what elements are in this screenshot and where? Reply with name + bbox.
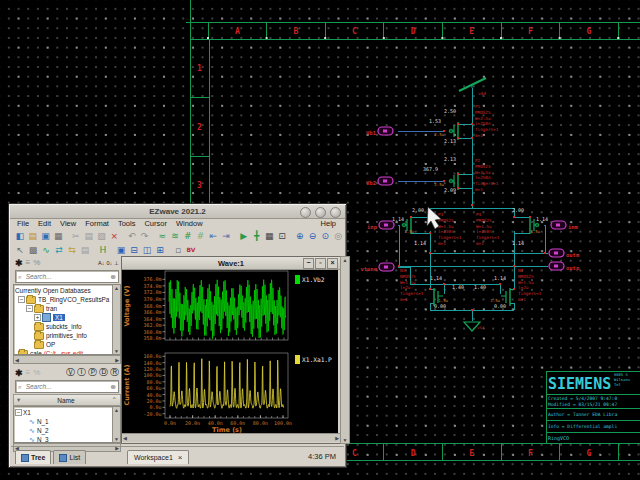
link-icon[interactable]: % — [33, 258, 40, 267]
tree-expander[interactable]: − — [26, 305, 33, 312]
port-inm[interactable]: inm — [551, 221, 579, 230]
rf-view-button[interactable]: BV — [185, 244, 197, 256]
maximize-button[interactable] — [315, 207, 326, 218]
menu-edit[interactable]: Edit — [38, 219, 51, 228]
tree-item-x1[interactable]: +X1 — [15, 313, 112, 322]
redo-button[interactable]: ↷ — [139, 230, 151, 242]
tree-item-cale[interactable]: cale(C:/t...sys-edit — [15, 349, 112, 355]
signal-search-input[interactable] — [24, 382, 109, 391]
tree-expander[interactable]: + — [34, 314, 41, 321]
current-waveform[interactable] — [170, 359, 284, 409]
sort-icon[interactable]: 0↓ — [106, 260, 112, 266]
report-button[interactable]: ▤ — [79, 244, 91, 256]
select-button[interactable]: ↖ — [14, 244, 26, 256]
snapshot-button[interactable]: ▩ — [27, 244, 39, 256]
filter-Ⓓ-button[interactable]: Ⓓ — [99, 366, 108, 379]
port-outp[interactable]: outp — [549, 262, 580, 272]
port-vb1[interactable]: Vb1 — [366, 127, 393, 136]
tile-horizontal-button[interactable]: ⊟ — [128, 244, 140, 256]
open-button[interactable]: ▤ — [27, 230, 39, 242]
tab-tree[interactable]: Tree — [15, 450, 51, 464]
zoom-out-button[interactable]: ⊖ — [307, 230, 319, 242]
device-params-N1[interactable]: N1NMOS25W=1.5ul=2ufingers=1m=1 — [400, 268, 424, 302]
port-vtune[interactable]: vtune — [360, 263, 394, 272]
wave-close-button[interactable]: × — [327, 258, 338, 269]
clear-search-icon[interactable]: ⊗ — [111, 383, 116, 391]
wave-restore-button[interactable]: ▫ — [315, 258, 326, 269]
add-waveform-button[interactable]: ≈ — [156, 230, 168, 242]
device-params-P1[interactable]: P1PMOS25W=2.5ul=250nfingers=1m=1 — [475, 104, 499, 138]
filter-Ⓥ-button[interactable]: Ⓥ — [66, 366, 75, 379]
zoom-in-button[interactable]: ⊕ — [294, 230, 306, 242]
signal-down-button[interactable]: ⇆ — [66, 244, 78, 256]
new-window-button[interactable]: ▣ — [115, 244, 127, 256]
tree-item-subckts_info[interactable]: subckts_info — [15, 322, 112, 331]
legend-item-voltage[interactable]: X1.Vb2 — [295, 275, 324, 284]
zoom-fit-button[interactable]: ◎ — [332, 230, 344, 242]
copy-button[interactable]: ▤ — [83, 230, 95, 242]
close-button[interactable] — [330, 207, 341, 218]
device-params-P2[interactable]: P2PMOS25W=2.5ul=250nfingers=1m=1 — [475, 158, 499, 192]
signal-item-n_1[interactable]: ∿N_1 — [15, 417, 112, 426]
signal-type-icon[interactable]: ✱ — [15, 368, 23, 378]
print-button[interactable]: ▦ — [52, 230, 64, 242]
zoom-box-button[interactable]: ⊙ — [319, 230, 331, 242]
tree-vertical-scrollbar[interactable]: ▲▼ — [112, 285, 120, 354]
menu-help[interactable]: Help — [321, 219, 336, 228]
port-inp[interactable]: inp — [367, 221, 394, 231]
device-params-P3[interactable]: P3PMOS25W=1.5ul=250nfingers=1m=1 — [438, 212, 462, 246]
save-button[interactable]: ▣ — [40, 230, 52, 242]
minimize-button[interactable] — [300, 207, 311, 218]
menu-window[interactable]: Window — [176, 219, 203, 228]
expand-all-icon[interactable]: ▾ — [17, 396, 20, 404]
drag-signal-button[interactable]: ≋ — [169, 230, 181, 242]
sort-icon[interactable]: A↓ — [98, 260, 104, 266]
tree-horizontal-scrollbar[interactable]: ◀▶ — [13, 355, 121, 364]
wave-horizontal-scrollbar[interactable]: ◀▶ — [122, 433, 340, 442]
cursor-box-button[interactable]: ⊡ — [276, 230, 288, 242]
signal-root[interactable]: −X1 — [15, 408, 112, 417]
device-params-N2[interactable]: N2NMOS25W=1.5ul=2ufingers=1m=1 — [518, 268, 542, 302]
signal-vertical-scrollbar[interactable]: ▲▼ — [112, 407, 120, 442]
collapse-icon[interactable]: ⌃ — [112, 396, 117, 404]
delete-button[interactable]: × — [108, 230, 120, 242]
zoom-region-button[interactable]: ▫ — [172, 244, 184, 256]
voltage-waveform[interactable] — [169, 280, 286, 339]
menu-cursor[interactable]: Cursor — [144, 219, 167, 228]
signal-item-n_3[interactable]: ∿N_3 — [15, 435, 112, 443]
tree-item-primitives_info[interactable]: primitives_info — [15, 331, 112, 340]
tree-item-tran[interactable]: −tran — [15, 304, 112, 313]
undo-button[interactable]: ↶ — [126, 230, 138, 242]
legend-item-current[interactable]: X1.Xa1.P — [295, 355, 332, 364]
prev-edge-button[interactable]: ⇤ — [207, 230, 219, 242]
workspace-close-icon[interactable]: × — [178, 453, 183, 462]
fit-h-button[interactable]: H — [97, 244, 109, 256]
tree-item-tb_ringvco_resultspa[interactable]: −TB_RingVCO_ResultsPa — [15, 295, 112, 304]
new-chart-button[interactable]: ∿ — [40, 244, 52, 256]
menu-file[interactable]: File — [17, 219, 29, 228]
measure-b-button[interactable]: # — [195, 230, 207, 242]
filter-Ⓡ-button[interactable]: Ⓡ — [110, 366, 119, 379]
wave-window[interactable]: Wave:1 − ▫ × 376.0m374.0m372.0m370.0m368… — [121, 256, 341, 444]
export-button[interactable]: ▶ — [238, 230, 250, 242]
filter-Ⓟ-button[interactable]: Ⓟ — [88, 366, 97, 379]
grid-button[interactable]: ▦ — [263, 230, 275, 242]
signal-search[interactable]: ⌕ ⊗ — [15, 380, 119, 393]
ezwave-window[interactable]: EZwave 2021.2 FileEditViewFormatToolsCur… — [8, 203, 347, 468]
wave-titlebar[interactable]: Wave:1 − ▫ × — [122, 257, 340, 270]
port-outm[interactable]: outm — [549, 249, 580, 258]
menu-view[interactable]: View — [60, 219, 76, 228]
paste-button[interactable]: ▧ — [96, 230, 108, 242]
signal-item-n_2[interactable]: ∿N_2 — [15, 426, 112, 435]
window-titlebar[interactable]: EZwave 2021.2 — [10, 205, 345, 219]
tile-vertical-button[interactable]: ◫ — [141, 244, 153, 256]
cut-button[interactable]: ✂ — [70, 230, 82, 242]
tile-grid-button[interactable]: ⊞ — [154, 244, 166, 256]
menu-format[interactable]: Format — [85, 219, 109, 228]
filter-Ⓘ-button[interactable]: Ⓘ — [77, 366, 86, 379]
wave-vertical-scrollbar[interactable]: ▲▼ — [340, 256, 350, 444]
signal-up-button[interactable]: ⇄ — [53, 244, 65, 256]
name-column-header[interactable]: ▾ Name ⌃ — [13, 394, 121, 406]
device-params-P4[interactable]: P4PMOS25W=1.5ul=250nfingers=1m=1 — [476, 212, 500, 246]
sort-icon[interactable]: ⊥ — [114, 260, 119, 266]
